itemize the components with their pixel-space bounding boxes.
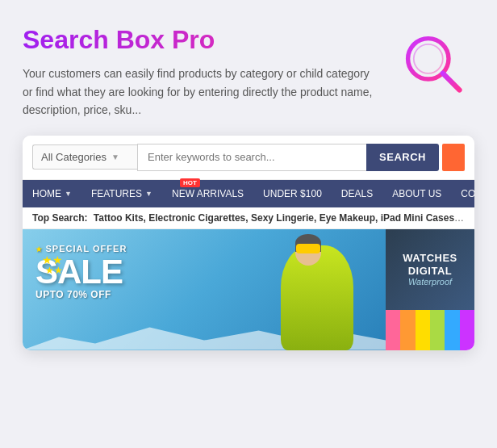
category-select[interactable]: All Categories ▼ [32, 144, 137, 170]
search-bar-row: All Categories ▼ SEARCH [23, 136, 474, 180]
svg-line-2 [443, 73, 460, 90]
orange-tab [442, 144, 465, 171]
hair-strip-4 [430, 310, 445, 350]
chevron-down-icon: ▼ [111, 153, 119, 161]
yellow-arrows-bottom: ★★ [45, 265, 63, 276]
watches-subtitle: Waterproof [394, 277, 466, 287]
nav-item-contact[interactable]: CONTAC [451, 180, 474, 207]
nav-item-new-arrivals[interactable]: NEW ARRIVALS [162, 180, 253, 207]
nav-bar: HOT HOME ▼ FEATURES ▼ NEW ARRIVALS UNDER… [23, 180, 474, 207]
magnifier-icon [398, 28, 470, 101]
watches-panel: WATCHES DIGITAL Waterproof [386, 229, 474, 310]
header-text: Search Box Pro Your customers can easily… [23, 24, 378, 119]
hair-strip-3 [416, 310, 430, 350]
nav-item-under100[interactable]: UNDER $100 [253, 180, 332, 207]
special-offer-text: SPECIAL OFFER [36, 244, 127, 253]
hair-panel [386, 310, 474, 350]
category-label: All Categories [41, 151, 106, 163]
search-input[interactable] [137, 144, 366, 171]
hero-section: ★★ SPECIAL OFFER SALE ★★ UPTO 70% OFF WA… [23, 229, 474, 350]
hero-banner: ★★ SPECIAL OFFER SALE ★★ UPTO 70% OFF [23, 229, 386, 350]
nav-item-features[interactable]: FEATURES ▼ [81, 180, 162, 207]
hair-strip-6 [460, 310, 474, 350]
skier-goggles [296, 244, 320, 253]
header-section: Search Box Pro Your customers can easily… [23, 24, 474, 119]
skier-area [224, 229, 386, 350]
main-title: Search Box Pro [23, 24, 378, 55]
search-icon-container [394, 24, 474, 105]
nav-arrow-features: ▼ [145, 190, 152, 198]
search-button[interactable]: SEARCH [366, 144, 439, 171]
top-search-label: Top Search: [32, 212, 87, 224]
top-search-items[interactable]: Tattoo Kits, Electronic Cigarettes, Sexy… [94, 212, 474, 224]
nav-item-home[interactable]: HOME ▼ [23, 180, 81, 207]
browser-mockup: All Categories ▼ SEARCH HOT HOME ▼ FEATU… [23, 136, 474, 350]
top-search-bar: Top Search: Tattoo Kits, Electronic Ciga… [23, 207, 474, 229]
hot-badge: HOT [180, 178, 200, 187]
nav-item-about-us[interactable]: ABOUT US [382, 180, 451, 207]
hair-strip-2 [400, 310, 415, 350]
upto-text: UPTO 70% OFF [36, 289, 127, 300]
watches-title-line2: DIGITAL [394, 265, 466, 278]
hair-strip-1 [386, 310, 400, 350]
hair-strip-5 [445, 310, 459, 350]
sale-badge: ★★ SPECIAL OFFER SALE ★★ UPTO 70% OFF [36, 244, 127, 300]
description: Your customers can easily find products … [23, 65, 378, 119]
svg-point-1 [414, 44, 443, 73]
side-panels: WATCHES DIGITAL Waterproof [386, 229, 474, 350]
hair-colors [386, 310, 474, 350]
nav-item-deals[interactable]: DEALS [332, 180, 382, 207]
watches-title-line1: WATCHES [394, 252, 466, 265]
nav-arrow-home: ▼ [65, 190, 72, 198]
